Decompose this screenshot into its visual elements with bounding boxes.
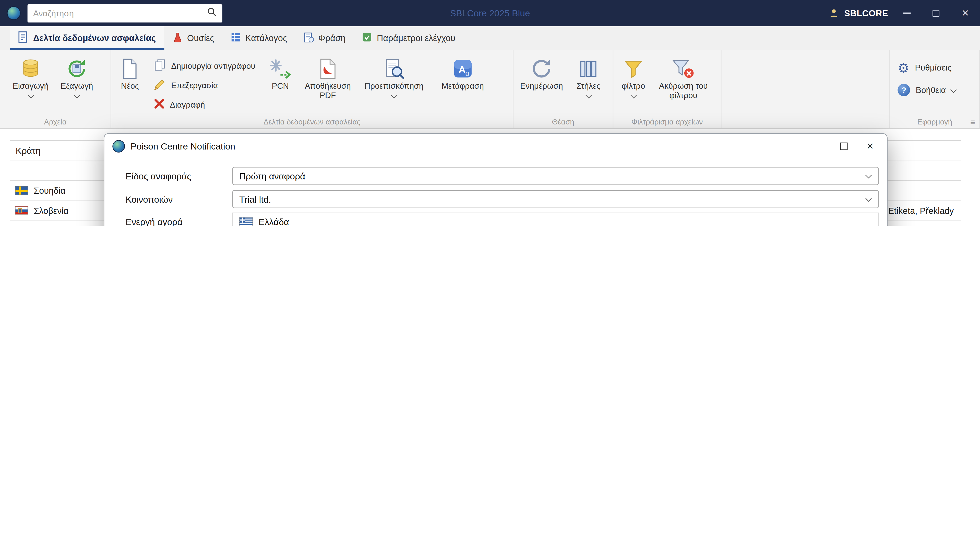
notifier-label: Κοινοποιών (126, 195, 173, 204)
chevron-down-icon (74, 92, 80, 98)
dialog-title: Poison Centre Notification (130, 141, 235, 151)
close-icon: × (962, 6, 969, 20)
tab-label: Δελτία δεδομένων ασφαλείας (33, 33, 156, 43)
search-icon[interactable] (207, 7, 217, 19)
export-icon (66, 56, 88, 82)
sds-small-buttons: Δημιουργία αντιγράφου Επεξεργασία Διαγρα… (150, 53, 259, 114)
catalog-tab-icon (230, 32, 241, 45)
ribbon-group-sds: Νέος Δημιουργία αντιγράφου Επεξεργασία Δ… (111, 50, 513, 128)
ribbon-group-label: Αρχεία (0, 118, 111, 126)
tab-substances[interactable]: Ουσίες (164, 26, 222, 50)
chevron-down-icon (27, 92, 34, 98)
ribbon-tab-bar: Δελτία δεδομένων ασφαλείας Ουσίες Κατάλο… (0, 26, 980, 50)
new-button[interactable]: Νέος (112, 53, 147, 91)
filter-label: φίλτρο (622, 82, 645, 91)
settings-button[interactable]: ⚙ Ρυθμίσεις (891, 56, 978, 79)
delete-button[interactable]: Διαγραφή (150, 95, 259, 115)
chevron-down-icon (865, 195, 872, 201)
svg-text:A: A (458, 64, 466, 75)
preview-button[interactable]: Προεπισκόπηση (356, 53, 431, 97)
user-icon (829, 7, 840, 19)
dialog-close-icon: × (867, 140, 873, 153)
search-input[interactable] (33, 8, 207, 18)
country-flag-icon (15, 206, 28, 215)
import-label: Εισαγωγή (13, 82, 49, 91)
copy-icon (154, 59, 166, 73)
phrase-tab-icon (303, 32, 314, 45)
new-document-icon (121, 56, 139, 82)
funnel-icon (623, 56, 643, 82)
ribbon-group-label: Δελτία δεδομένων ασφαλείας (111, 118, 513, 126)
close-button[interactable]: × (951, 0, 980, 26)
delete-x-icon (154, 98, 165, 111)
edit-button[interactable]: Επεξεργασία (150, 76, 259, 95)
pcn-button[interactable]: PCN (261, 53, 299, 91)
save-pdf-button[interactable]: Αποθήκευση PDF (299, 53, 356, 101)
pencil-icon (154, 78, 166, 93)
active-market-label: Ενεργή αγορά (126, 217, 183, 226)
dialog-maximize-icon (840, 143, 848, 150)
settings-label: Ρυθμίσεις (915, 63, 951, 72)
report-type-label: Είδος αναφοράς (126, 171, 191, 181)
substances-tab-icon (172, 32, 183, 45)
tab-phrase[interactable]: Φράση (295, 26, 354, 50)
country-flag-icon (15, 186, 28, 195)
chevron-down-icon (865, 172, 872, 178)
report-type-select[interactable]: Πρώτη αναφορά (232, 167, 879, 185)
tab-check-parameters[interactable]: Παράμετροι ελέγχου (354, 26, 463, 50)
clear-filter-button[interactable]: Ακύρωση του φίλτρου (652, 53, 715, 101)
help-button[interactable]: ? Βοήθεια (891, 79, 978, 101)
dialog-close-button[interactable]: × (857, 134, 883, 158)
country-name: Σλοβενία (34, 225, 68, 226)
svg-text:α: α (465, 70, 469, 77)
import-button[interactable]: Εισαγωγή (7, 53, 54, 97)
ribbon: Εισαγωγή Εξαγωγή Αρχεία Νέος (0, 50, 980, 129)
edit-label: Επεξεργασία (171, 81, 218, 90)
pcn-icon (270, 56, 291, 82)
ribbon-group-files: Εισαγωγή Εξαγωγή Αρχεία (0, 50, 111, 128)
sds-tab-icon (18, 31, 29, 45)
tab-label: Κατάλογος (245, 33, 287, 43)
funnel-clear-icon (672, 56, 695, 82)
columns-label: Στήλες (576, 82, 600, 91)
greece-flag-icon (239, 217, 253, 226)
ribbon-group-label: Θέαση (514, 118, 613, 126)
duplicate-button[interactable]: Δημιουργία αντιγράφου (150, 56, 259, 76)
pdf-icon (318, 56, 337, 82)
columns-button[interactable]: Στήλες (568, 53, 608, 97)
search-box[interactable] (27, 4, 223, 22)
chevron-down-icon (391, 92, 397, 98)
tab-safety-data-sheets[interactable]: Δελτία δεδομένων ασφαλείας (10, 26, 164, 50)
chevron-down-icon (630, 92, 636, 98)
row-right-fragment: Etiketa, Překlady (888, 206, 954, 215)
check-parameters-tab-icon (362, 32, 372, 45)
save-pdf-label: Αποθήκευση PDF (299, 82, 356, 101)
app-window: SBLCore 2025 Blue SBLCORE × Δελτία δεδομ… (0, 0, 980, 226)
dialog-maximize-button[interactable] (830, 134, 857, 158)
app-logo-icon (7, 6, 21, 20)
ribbon-group-app: ⚙ Ρυθμίσεις ? Βοήθεια Εφαρμογή ≡ (890, 50, 980, 128)
preview-icon (384, 56, 404, 82)
filter-button[interactable]: φίλτρο (615, 53, 652, 97)
active-market-field[interactable]: Ελλάδα (232, 213, 879, 226)
minimize-icon (903, 13, 910, 14)
database-icon (20, 56, 41, 82)
duplicate-label: Δημιουργία αντιγράφου (171, 61, 255, 71)
refresh-button[interactable]: Ενημέρωση (515, 53, 568, 91)
country-name: Σλοβενία (34, 206, 68, 215)
export-button[interactable]: Εξαγωγή (54, 53, 100, 97)
columns-icon (578, 56, 598, 82)
pcn-dialog: Poison Centre Notification × Είδος αναφο… (104, 133, 888, 226)
preview-label: Προεπισκόπηση (364, 82, 423, 91)
dialog-launcher-icon[interactable]: ≡ (970, 118, 975, 127)
translate-icon: Aα (453, 56, 473, 82)
notifier-select[interactable]: Trial ltd. (232, 190, 879, 208)
tab-label: Ουσίες (187, 33, 214, 43)
translate-button[interactable]: Aα Μετάφραση (431, 53, 494, 91)
maximize-button[interactable] (921, 0, 951, 26)
tab-catalog[interactable]: Κατάλογος (222, 26, 295, 50)
minimize-button[interactable] (892, 0, 921, 26)
active-market-value: Ελλάδα (259, 217, 289, 226)
help-label: Βοήθεια (916, 85, 946, 95)
tab-label: Παράμετροι ελέγχου (377, 33, 455, 43)
